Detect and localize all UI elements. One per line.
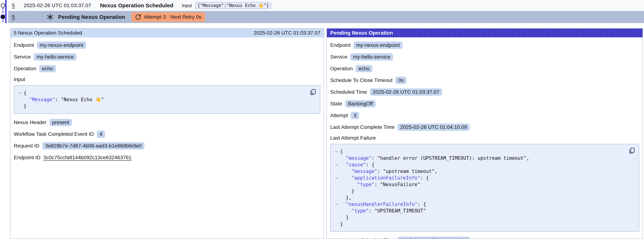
json-line: }, xyxy=(333,194,626,201)
field-row-endpoint-id: Endpoint ID 3c0c75ccfa8144b092c13ce63246… xyxy=(14,154,320,162)
collapse-chevron-icon[interactable] xyxy=(17,91,24,95)
failure-section-label: Last Attempt Failure xyxy=(330,135,639,141)
copy-icon[interactable] xyxy=(628,147,635,154)
field-row-endpoint: Endpoint my-nexus-endpoint xyxy=(330,41,639,49)
field-value-badge: 2025-02-26 UTC 01:03:37.07 xyxy=(370,88,442,96)
field-value-badge: BackingOff xyxy=(345,100,376,108)
field-label: Last Attempt Complete Time xyxy=(330,124,395,130)
scheduled-panel-title: 5 Nexus Operation Scheduled xyxy=(14,30,82,36)
pending-event-id-link[interactable]: 5 xyxy=(12,14,15,20)
field-label: Endpoint ID xyxy=(14,155,40,160)
pending-operation-row[interactable]: 5 Pending Nexus Operation Attempt 3 · Ne… xyxy=(8,11,644,23)
field-row-scheduled-time: Scheduled Time 2025-02-26 UTC 01:03:37.0… xyxy=(330,88,639,96)
input-section-label: Input xyxy=(14,76,320,82)
field-label: Next Attempt Schedule Time xyxy=(330,237,395,239)
collapse-chevron-icon[interactable] xyxy=(333,176,340,180)
field-row-schedule-to-close-timeout: Schedule To Close Timeout 0s xyxy=(330,76,639,84)
field-label: Workflow Task Completed Event ID xyxy=(14,131,94,137)
event-open-circle-icon xyxy=(1,3,5,8)
json-line: } xyxy=(333,221,626,227)
field-label: Service xyxy=(330,54,347,60)
field-label: Schedule To Close Timeout xyxy=(330,78,392,83)
field-value-badge: 3 xyxy=(351,112,359,119)
collapse-chevron-icon[interactable] xyxy=(333,150,340,154)
field-row-endpoint: Endpoint my-nexus-endpoint xyxy=(14,41,320,49)
collapse-chevron-icon[interactable] xyxy=(333,163,340,167)
event-name: Nexus Operation Scheduled xyxy=(100,2,173,8)
json-line: "applicationFailureInfo": { xyxy=(333,174,626,181)
field-value-badge: my-hello-service xyxy=(350,53,393,60)
field-label: Nexus Header xyxy=(14,120,46,125)
field-value-badge: present xyxy=(50,119,72,126)
field-row-service: Service my-hello-service xyxy=(14,53,320,61)
field-label: Operation xyxy=(14,66,36,72)
field-value-badge: my-hello-service xyxy=(34,53,76,60)
scheduled-panel-header: 5 Nexus Operation Scheduled 2025-02-26 U… xyxy=(10,28,324,37)
pending-panel-header: Pending Nexus Operation xyxy=(327,28,642,37)
pending-title: Pending Nexus Operation xyxy=(58,14,125,20)
scheduled-event-panel: 5 Nexus Operation Scheduled 2025-02-26 U… xyxy=(10,28,324,239)
event-detail-panels: 5 Nexus Operation Scheduled 2025-02-26 U… xyxy=(10,28,643,239)
field-label: State xyxy=(330,101,342,107)
field-value-badge: 4 xyxy=(97,130,105,138)
field-label: Operation xyxy=(330,66,353,72)
field-row-state: State BackingOff xyxy=(330,100,639,108)
pending-panel-title: Pending Nexus Operation xyxy=(330,30,393,36)
field-row-nexus-header: Nexus Header present xyxy=(14,118,320,126)
field-label: Endpoint xyxy=(330,42,350,48)
event-summary-row[interactable]: 5 2025-02-26 UTC 01:03:37.07 Nexus Opera… xyxy=(8,0,644,11)
pending-operation-panel: Pending Nexus Operation Endpoint my-nexu… xyxy=(326,28,643,239)
json-line: } xyxy=(17,103,307,110)
json-line: "nexusHandlerFailureInfo": { xyxy=(333,201,626,208)
field-row-attempt: Attempt 3 xyxy=(330,112,639,119)
timeline-rail xyxy=(0,0,8,24)
field-label: Scheduled Time xyxy=(330,89,367,95)
field-row-operation: Operation echo xyxy=(14,65,320,72)
event-history-screen: 5 2025-02-26 UTC 01:03:37.07 Nexus Opera… xyxy=(0,0,644,239)
json-line: { xyxy=(333,148,626,155)
json-line: } xyxy=(333,188,626,194)
timeline-accent-bar xyxy=(5,0,6,23)
field-value-badge: my-nexus-endpoint xyxy=(354,42,402,49)
collapse-chevron-icon[interactable] xyxy=(333,202,340,206)
event-id-link[interactable]: 5 xyxy=(12,2,15,8)
field-row-service: Service my-hello-service xyxy=(330,53,639,61)
field-row-last-attempt-complete-time: Last Attempt Complete Time 2025-02-26 UT… xyxy=(330,123,639,131)
field-label: Request ID xyxy=(14,143,39,149)
copy-icon[interactable] xyxy=(309,88,316,96)
field-label: Attempt xyxy=(330,112,348,118)
event-filled-circle-icon xyxy=(1,15,5,19)
field-value-badge: 0s xyxy=(396,77,406,84)
field-label: Endpoint xyxy=(14,42,34,48)
failure-json-block: { "message": "handler error (UPSTREAM_TI… xyxy=(330,144,639,232)
event-timestamp: 2025-02-26 UTC 01:03:37.07 xyxy=(24,2,91,8)
json-line: "type": "UPSTREAM_TIMEOUT" xyxy=(333,208,626,214)
input-value-chip[interactable]: {"Message":"Nexus Echo 👋"} xyxy=(195,2,271,9)
json-line: "Message": "Nexus Echo 👋" xyxy=(17,96,307,103)
field-row-next-attempt-schedule-time: Next Attempt Schedule Time 2025-02-26 UT… xyxy=(330,236,639,239)
field-value-badge: echo xyxy=(39,65,56,72)
field-value-badge: 3e829b7e-7d67-4b08-aad3-b1e868bfe9e0 xyxy=(42,142,144,150)
field-value-badge: my-nexus-endpoint xyxy=(37,42,86,49)
json-line: "type": "NexusFailure" xyxy=(333,181,626,188)
json-line: "cause": { xyxy=(333,162,626,168)
pending-asterisk-icon xyxy=(46,13,54,21)
json-line: "message": "upstream timeout", xyxy=(333,168,626,174)
field-value-badge: echo xyxy=(356,65,372,72)
input-label: Input xyxy=(182,3,192,8)
retry-badge-label: Attempt 3 · Next Retry 0s xyxy=(144,14,201,20)
field-row-request-id: Request ID 3e829b7e-7d67-4b08-aad3-b1e86… xyxy=(14,142,320,150)
json-line: } xyxy=(333,214,626,221)
field-value-badge: 2025-02-26 UTC 01:04:13.93 xyxy=(398,236,470,239)
endpoint-id-link[interactable]: 3c0c75ccfa8144b092c13ce632463761 xyxy=(44,155,132,160)
json-line: { xyxy=(17,90,307,96)
retry-badge: Attempt 3 · Next Retry 0s xyxy=(132,12,205,22)
input-json-block: { "Message": "Nexus Echo 👋" } xyxy=(14,85,320,114)
field-value-badge: 2025-02-26 UTC 01:04:10.09 xyxy=(398,124,470,131)
field-row-operation: Operation echo xyxy=(330,65,639,72)
json-line: "message": "handler error (UPSTREAM_TIME… xyxy=(333,155,626,162)
scheduled-panel-timestamp: 2025-02-26 UTC 01:03:37.07 xyxy=(254,30,320,36)
field-label: Service xyxy=(14,54,31,60)
field-row-workflow-task-completed-event-id: Workflow Task Completed Event ID 4 xyxy=(14,130,320,138)
retry-icon xyxy=(135,14,141,20)
